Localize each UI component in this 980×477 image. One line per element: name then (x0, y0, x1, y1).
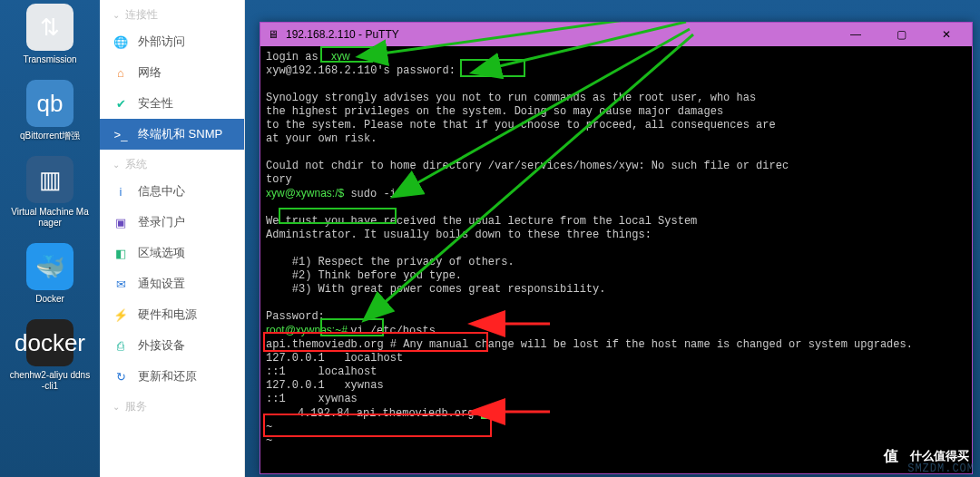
desktop-label: chenhw2-aliyu ddns-cli1 (9, 370, 91, 392)
sidebar-item-label: 硬件和电源 (138, 307, 197, 323)
sidebar-item-label: 外部访问 (138, 34, 185, 50)
region-icon: ◧ (113, 245, 129, 261)
desktop-label: Docker (35, 294, 64, 305)
sidebar-group[interactable]: ⌄连接性 (100, 0, 244, 26)
sidebar-group-label: 连接性 (125, 7, 158, 23)
sidebar-item-hardware-power[interactable]: ⚡硬件和电源 (100, 299, 244, 330)
chevron-down-icon: ⌄ (113, 402, 120, 412)
sidebar-item-label: 通知设置 (138, 276, 185, 292)
sidebar-item-label: 安全性 (138, 95, 173, 112)
desktop-icon-docker2[interactable]: docker chenhw2-aliyu ddns-cli1 (9, 319, 91, 392)
sidebar-item-label: 更新和还原 (138, 368, 197, 385)
vmm-icon: ▥ (26, 156, 74, 203)
terminal-output[interactable]: login as: xyw xyw@192.168.2.110's passwo… (260, 46, 972, 473)
qbittorrent-icon: qb (26, 80, 74, 127)
sidebar-item-label: 网络 (138, 64, 162, 81)
putty-window: 🖥 192.168.2.110 - PuTTY — ▢ ✕ login as: … (260, 22, 973, 474)
sidebar-item-terminal-snmp[interactable]: >_终端机和 SNMP (100, 119, 244, 150)
desktop-icon-transmission[interactable]: ⇅ Transmission (9, 4, 91, 65)
maximize-button[interactable]: ▢ (881, 23, 921, 46)
transmission-icon: ⇅ (26, 4, 74, 51)
sidebar-item-external-devices[interactable]: ⎙外接设备 (100, 330, 244, 361)
security-icon: ✔ (113, 95, 129, 112)
network-icon: ⌂ (113, 64, 129, 81)
close-button[interactable]: ✕ (926, 23, 966, 46)
highlight-box (279, 208, 397, 224)
external-access-icon: 🌐 (113, 34, 129, 50)
highlight-box (460, 59, 525, 77)
sidebar-item-label: 信息中心 (138, 183, 185, 200)
sidebar-item-external-access[interactable]: 🌐外部访问 (100, 26, 244, 57)
login-portal-icon: ▣ (113, 214, 129, 230)
sidebar-item-info-center[interactable]: i信息中心 (100, 176, 244, 207)
sidebar-item-label: 终端机和 SNMP (138, 126, 222, 142)
sidebar-item-label: 外接设备 (138, 337, 185, 354)
sidebar-group-label: 系统 (125, 157, 147, 172)
docker-icon: 🐳 (26, 243, 74, 290)
desktop-label: qBittorrent增强 (20, 131, 80, 141)
putty-icon: 🖥 (266, 27, 280, 42)
sidebar-item-label: 区域选项 (138, 245, 185, 261)
highlight-box (263, 414, 492, 437)
sidebar-item-login-portal[interactable]: ▣登录门户 (100, 207, 244, 238)
sidebar-item-label: 登录门户 (138, 214, 185, 230)
desktop-icon-docker[interactable]: 🐳 Docker (9, 243, 91, 305)
highlight-box (263, 332, 488, 352)
sidebar-item-update-restore[interactable]: ↻更新和还原 (100, 361, 244, 392)
sidebar-group[interactable]: ⌄系统 (100, 150, 244, 176)
external-devices-icon: ⎙ (113, 337, 129, 354)
docker2-icon: docker (26, 319, 74, 366)
chevron-down-icon: ⌄ (113, 160, 120, 170)
minimize-button[interactable]: — (836, 23, 876, 46)
sidebar-group-label: 服务 (125, 399, 147, 414)
desktop-label: Virtual Machine Manager (9, 207, 91, 229)
highlight-box (320, 46, 373, 63)
hardware-power-icon: ⚡ (113, 307, 129, 323)
update-restore-icon: ↻ (113, 368, 129, 385)
desktop-label: Transmission (23, 54, 76, 65)
notification-icon: ✉ (113, 276, 129, 292)
sidebar-item-network[interactable]: ⌂网络 (100, 57, 244, 88)
sidebar-item-region[interactable]: ◧区域选项 (100, 238, 244, 268)
terminal-snmp-icon: >_ (113, 126, 129, 142)
sidebar-item-security[interactable]: ✔安全性 (100, 88, 244, 119)
putty-titlebar[interactable]: 🖥 192.168.2.110 - PuTTY — ▢ ✕ (260, 23, 972, 46)
info-center-icon: i (113, 183, 129, 200)
putty-title: 192.168.2.110 - PuTTY (286, 28, 830, 41)
sidebar-item-notification[interactable]: ✉通知设置 (100, 268, 244, 299)
desktop-icon-vmm[interactable]: ▥ Virtual Machine Manager (9, 156, 91, 229)
sidebar-group[interactable]: ⌄服务 (100, 392, 244, 418)
watermark-sub: SMZDM.COM (907, 462, 975, 475)
desktop-icon-qbittorrent[interactable]: qb qBittorrent增强 (9, 80, 91, 141)
watermark-icon: 值 (877, 443, 905, 470)
chevron-down-icon: ⌄ (113, 10, 120, 20)
